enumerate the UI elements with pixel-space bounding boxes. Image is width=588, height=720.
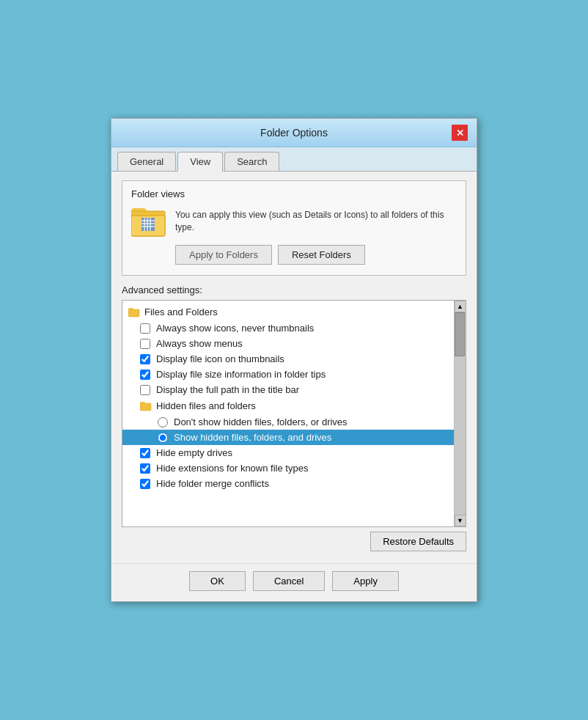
checkbox-hide-empty-drives[interactable]	[140, 448, 150, 458]
checkbox-display-full-path[interactable]	[140, 385, 150, 395]
title-bar: Folder Options ✕	[111, 119, 477, 147]
setting-display-full-path[interactable]: Display the full path in the title bar	[122, 382, 454, 397]
dialog-footer: OK Cancel Apply	[111, 563, 477, 601]
folder-view-buttons: Apply to Folders Reset Folders	[131, 245, 457, 265]
svg-rect-13	[140, 403, 151, 411]
label-show-hidden: Show hidden files, folders, and drives	[174, 432, 331, 443]
advanced-settings-box: Files and Folders Always show icons, nev…	[122, 300, 466, 527]
settings-list[interactable]: Files and Folders Always show icons, nev…	[122, 301, 454, 526]
tab-search[interactable]: Search	[224, 152, 279, 171]
label-display-file-size: Display file size information in folder …	[156, 369, 326, 380]
checkbox-hide-extensions[interactable]	[140, 463, 150, 474]
checkbox-hide-merge-conflicts[interactable]	[140, 479, 150, 489]
apply-button[interactable]: Apply	[332, 571, 399, 591]
label-display-file-icon: Display file icon on thumbnails	[156, 353, 284, 364]
checkbox-display-file-icon[interactable]	[140, 354, 150, 364]
dialog-title: Folder Options	[136, 127, 452, 139]
label-always-show-menus: Always show menus	[156, 338, 243, 349]
advanced-settings-label: Advanced settings:	[122, 284, 466, 295]
files-folders-icon	[128, 307, 140, 317]
label-hide-merge-conflicts: Hide folder merge conflicts	[156, 478, 269, 489]
folder-views-inner: You can apply this view (such as Details…	[131, 205, 457, 238]
checkbox-always-show-menus[interactable]	[140, 339, 150, 349]
tab-general[interactable]: General	[117, 152, 176, 171]
label-hide-extensions: Hide extensions for known file types	[156, 463, 308, 474]
files-folders-title: Files and Folders	[144, 306, 218, 317]
setting-always-show-menus[interactable]: Always show menus	[122, 336, 454, 351]
setting-display-file-icon[interactable]: Display file icon on thumbnails	[122, 351, 454, 367]
label-display-full-path: Display the full path in the title bar	[156, 384, 299, 395]
hidden-files-icon	[140, 401, 152, 411]
dialog-content: Folder views Yo	[111, 172, 477, 563]
checkbox-display-file-size[interactable]	[140, 370, 150, 380]
settings-scrollbar: ▲ ▼	[454, 301, 466, 526]
hidden-files-header: Hidden files and folders	[122, 397, 454, 414]
cancel-button[interactable]: Cancel	[253, 571, 325, 591]
bottom-buttons-area: Restore Defaults	[122, 527, 466, 554]
label-always-show-icons: Always show icons, never thumbnails	[156, 323, 314, 334]
svg-rect-4	[142, 218, 155, 231]
tab-view[interactable]: View	[177, 152, 223, 172]
files-folders-header: Files and Folders	[122, 304, 454, 320]
scrollbar-track	[455, 312, 466, 515]
setting-hide-empty-drives[interactable]: Hide empty drives	[122, 445, 454, 460]
scrollbar-thumb[interactable]	[455, 312, 465, 356]
folder-views-description: You can apply this view (such as Details…	[175, 209, 457, 234]
scrollbar-up-button[interactable]: ▲	[455, 301, 466, 312]
setting-display-file-size[interactable]: Display file size information in folder …	[122, 367, 454, 382]
folder-views-title: Folder views	[131, 188, 457, 199]
folder-icon	[131, 205, 166, 238]
scrollbar-down-button[interactable]: ▼	[455, 515, 466, 526]
tabs-bar: General View Search	[111, 147, 477, 172]
checkbox-always-show-icons[interactable]	[140, 323, 150, 334]
ok-button[interactable]: OK	[189, 571, 246, 591]
setting-hide-merge-conflicts[interactable]: Hide folder merge conflicts	[122, 476, 454, 491]
radio-show-hidden[interactable]	[158, 433, 168, 443]
label-hide-empty-drives: Hide empty drives	[156, 447, 232, 458]
setting-always-show-icons[interactable]: Always show icons, never thumbnails	[122, 320, 454, 336]
folder-options-dialog: Folder Options ✕ General View Search Fol…	[111, 118, 477, 602]
setting-dont-show-hidden[interactable]: Don't show hidden files, folders, or dri…	[122, 414, 454, 430]
folder-views-section: Folder views Yo	[122, 180, 466, 276]
apply-to-folders-button[interactable]: Apply to Folders	[175, 245, 272, 265]
radio-dont-show-hidden[interactable]	[158, 417, 168, 427]
reset-folders-button[interactable]: Reset Folders	[278, 245, 365, 265]
label-dont-show-hidden: Don't show hidden files, folders, or dri…	[174, 416, 348, 427]
setting-hide-extensions[interactable]: Hide extensions for known file types	[122, 460, 454, 476]
svg-rect-11	[128, 309, 139, 317]
hidden-files-title: Hidden files and folders	[156, 400, 256, 411]
setting-show-hidden[interactable]: Show hidden files, folders, and drives	[122, 430, 454, 445]
restore-defaults-button[interactable]: Restore Defaults	[370, 532, 466, 551]
close-button[interactable]: ✕	[452, 125, 468, 141]
